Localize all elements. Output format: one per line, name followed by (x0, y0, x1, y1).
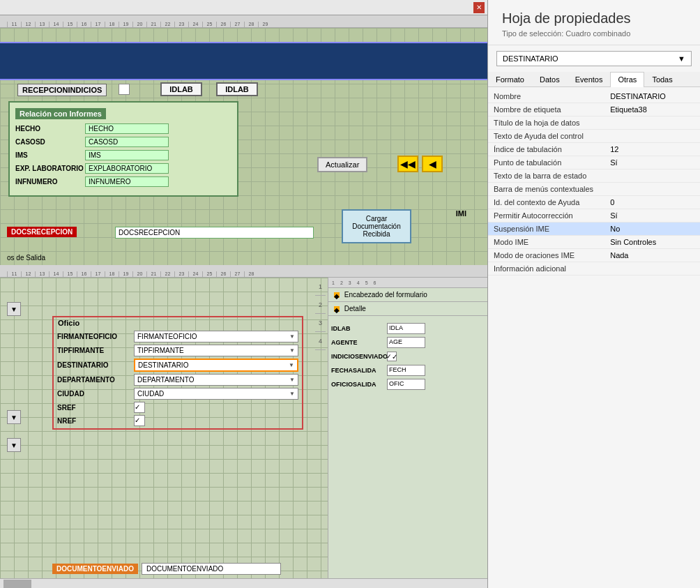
prop-nombre-etiqueta[interactable]: Nombre de etiqueta Etiqueta38 (488, 103, 700, 116)
props-dropdown-value: DESTINATARIO (503, 54, 558, 63)
prop-modo-oraciones[interactable]: Modo de oraciones IME Nada (488, 249, 700, 262)
form-editor-panel: ✕ 11 12 13 14 15 16 17 18 19 20 21 22 23… (0, 0, 488, 588)
field-nref: NREF (57, 415, 298, 426)
field-destinatario: DESTINATARIO DESTINATARIO ▼ (57, 359, 298, 372)
form-top-area: RECEPCIONINDICIOS IDLAB IDLAB Actualizar… (0, 28, 487, 265)
destinatario-input[interactable]: DESTINATARIO ▼ (134, 359, 298, 372)
tab-eventos[interactable]: Eventos (568, 72, 611, 86)
tab-todas[interactable]: Todas (644, 72, 680, 86)
mid-ruler: 11 12 13 14 15 16 17 18 19 20 21 22 23 2… (0, 265, 487, 278)
field-departamento: DEPARTAMENTO DEPARTAMENTO ▼ (57, 374, 298, 386)
props-tabs: Formato Datos Eventos Otras Todas (488, 72, 700, 87)
mini-form: IDLAB IDLA AGENTE AGE INDICIOSENVIADOS ✓… (328, 319, 487, 393)
cargar-button[interactable]: Cargar Documentación Recibida (342, 209, 411, 243)
props-table-container: Nombre DESTINATARIO Nombre de etiqueta E… (488, 90, 700, 588)
prop-barra-menus[interactable]: Barra de menús contextuales (488, 183, 700, 196)
field-firmanteoficio: FIRMANTEOFICIO FIRMANTEOFICIO ▼ (57, 331, 298, 342)
nref-checkbox[interactable] (134, 415, 145, 426)
prop-id-contexto[interactable]: Id. del contexto de Ayuda 0 (488, 196, 700, 209)
chevron-down-icon: ▼ (678, 54, 685, 63)
props-table: Nombre DESTINATARIO Nombre de etiqueta E… (488, 90, 700, 276)
ciudad-input[interactable]: CIUDAD ▼ (134, 388, 298, 400)
relacion-box: Relación con Informes HECHO HECHO CASOSD… (8, 101, 238, 197)
field-tipfirmante: TIPFIRMANTE TIPFIRMANTE ▼ (57, 345, 298, 356)
prop-modo-ime[interactable]: Modo IME Sin Controles (488, 236, 700, 249)
prop-suspension-ime[interactable]: Suspensión IME No (488, 223, 700, 236)
documentoenviado-label: DOCUMENTOENVIADO (52, 564, 138, 574)
prop-indice[interactable]: Índice de tabulación 12 (488, 143, 700, 156)
firmanteoficio-input[interactable]: FIRMANTEOFICIO ▼ (134, 331, 298, 342)
tab-datos[interactable]: Datos (532, 72, 568, 86)
mini-oficio-value[interactable]: OFIC (387, 379, 425, 390)
relacion-title: Relación con Informes (15, 108, 106, 119)
number-column: 1 2 3 4 (315, 278, 326, 350)
scroll-down-button[interactable]: ▼ (7, 410, 21, 424)
mini-row-indicios: INDICIOSENVIADOS ✓ (331, 350, 485, 363)
indicios-checkbox[interactable]: ✓ (387, 352, 397, 361)
encabezado-label: Encabezado del formulario (344, 291, 427, 299)
prop-informacion[interactable]: Información adicional (488, 262, 700, 276)
props-subtitle: Tipo de selección: Cuadro combinado (502, 29, 686, 38)
props-title: Hoja de propiedades (502, 10, 686, 27)
bottom-scrollbar[interactable] (0, 578, 487, 588)
mini-row-fecha: FECHASALIDA FECH (331, 364, 485, 377)
right-mini-section: 1 2 3 4 5 6 ◆ Encabezado del formulario … (328, 278, 487, 578)
field-row-explaboratorio: EXP. LABORATORIO EXPLABORATORIO (15, 163, 231, 174)
prop-punto[interactable]: Punto de tabulación Sí (488, 156, 700, 169)
departamento-input[interactable]: DEPARTAMENTO ▼ (134, 374, 298, 386)
mini-row-agente: AGENTE AGE (331, 336, 485, 349)
encabezado-section: ◆ Encabezado del formulario (328, 288, 487, 302)
props-dropdown[interactable]: DESTINATARIO ▼ (496, 51, 692, 66)
mini-agente-value[interactable]: AGE (387, 337, 425, 348)
sref-checkbox[interactable] (134, 402, 145, 413)
recepcion-label: RECEPCIONINDICIOS (17, 84, 107, 96)
tab-otras[interactable]: Otras (610, 72, 644, 87)
detalle-section: ◆ Detalle (328, 302, 487, 316)
diamond-icon-2: ◆ (334, 306, 340, 312)
field-row-hecho: HECHO HECHO (15, 123, 231, 134)
mini-idlab-value[interactable]: IDLA (387, 323, 425, 334)
nav-prev-button[interactable]: ◀ (422, 156, 443, 172)
scroll-down2-button[interactable]: ▼ (7, 438, 21, 452)
tab-formato[interactable]: Formato (488, 72, 532, 86)
docs-label: DOCSRECEPCION (7, 227, 77, 237)
props-header: Hoja de propiedades Tipo de selección: C… (488, 0, 700, 45)
documentoenviado-value[interactable]: DOCUMENTOENVIADO (142, 563, 281, 575)
close-button[interactable]: ✕ (473, 2, 485, 13)
mini-fecha-value[interactable]: FECH (387, 365, 425, 376)
field-ciudad: CIUDAD CIUDAD ▼ (57, 388, 298, 400)
prop-titulo[interactable]: Título de la hoja de datos (488, 116, 700, 130)
oficio-title: Oficio (54, 317, 302, 329)
detalle-label: Detalle (344, 305, 366, 312)
os-salida-label: os de Salida (7, 254, 45, 262)
imi-label: IMI (456, 209, 466, 218)
mini-ruler: 1 2 3 4 5 6 (328, 278, 487, 288)
nav-first-button[interactable]: ◀◀ (397, 156, 418, 172)
actualizar-button[interactable]: Actualizar (317, 157, 367, 172)
recepcion-checkbox[interactable] (119, 84, 130, 95)
field-row-infnumero: INFNUMERO INFNUMERO (15, 176, 231, 187)
field-row-casosd: CASOSD CASOSD (15, 137, 231, 147)
mini-row-oficio: OFICIOSALIDA OFIC (331, 378, 485, 391)
properties-panel: Hoja de propiedades Tipo de selección: C… (488, 0, 700, 588)
scroll-up-button[interactable]: ▼ (7, 302, 21, 316)
prop-nombre[interactable]: Nombre DESTINATARIO (488, 90, 700, 103)
mini-row-idlab: IDLAB IDLA (331, 322, 485, 335)
idlab-box-2[interactable]: IDLAB (216, 82, 258, 96)
idlab-box-1[interactable]: IDLAB (160, 82, 202, 96)
oficio-box: Oficio FIRMANTEOFICIO FIRMANTEOFICIO ▼ T… (52, 316, 303, 430)
form-bottom-area: ▼ ▼ ▼ Oficio FIRMANTEOFICIO FIRMANTEOFIC… (0, 278, 487, 578)
prop-texto-barra[interactable]: Texto de la barra de estado (488, 169, 700, 183)
title-bar: ✕ (0, 0, 487, 15)
top-ruler: 11 12 13 14 15 16 17 18 19 20 21 22 23 2… (0, 15, 487, 28)
scroll-thumb[interactable] (3, 580, 31, 588)
tipfirmante-input[interactable]: TIPFIRMANTE ▼ (134, 345, 298, 356)
prop-texto-ayuda[interactable]: Texto de Ayuda del control (488, 130, 700, 143)
prop-autocorreccion[interactable]: Permitir Autocorrección Sí (488, 209, 700, 223)
field-sref: SREF (57, 402, 298, 413)
diamond-icon: ◆ (334, 292, 340, 298)
field-row-ims: IMS IMS (15, 150, 231, 160)
docs-value[interactable]: DOCSRECEPCION (115, 227, 314, 239)
